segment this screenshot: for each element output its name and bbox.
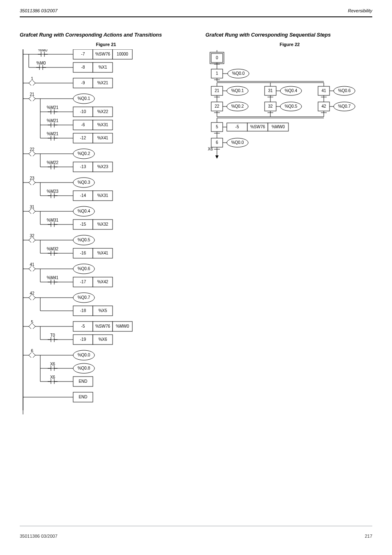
svg-text:22: 22 [214, 104, 219, 109]
svg-text:21: 21 [30, 92, 35, 97]
svg-line-94 [29, 154, 31, 156]
svg-line-220 [33, 295, 35, 298]
svg-text:-6: -6 [81, 123, 85, 127]
svg-line-33 [33, 81, 35, 83]
svg-line-219 [29, 298, 31, 300]
svg-text:-8: -8 [81, 65, 85, 69]
svg-line-121 [33, 183, 35, 185]
svg-text:%M22: %M22 [47, 160, 59, 165]
svg-text:%Q0.7: %Q0.7 [338, 104, 351, 109]
svg-line-32 [29, 83, 31, 86]
svg-line-146 [33, 211, 35, 214]
svg-text:%X1: %X1 [98, 65, 107, 69]
svg-text:%Q0.2: %Q0.2 [231, 104, 244, 109]
svg-line-118 [29, 180, 31, 183]
svg-text:%Q0.5: %Q0.5 [78, 238, 90, 242]
svg-text:%M0: %M0 [38, 49, 48, 52]
svg-line-239 [29, 326, 31, 329]
svg-line-46 [29, 96, 31, 99]
svg-text:-10: -10 [80, 109, 86, 114]
svg-text:%Q0.2: %Q0.2 [78, 151, 90, 156]
svg-text:41: 41 [30, 262, 35, 267]
left-section-title: Grafcet Rung with Corresponding Actions … [20, 32, 192, 38]
svg-text:%M21: %M21 [47, 105, 59, 110]
svg-text:%X41: %X41 [97, 136, 108, 140]
svg-text:%M32: %M32 [47, 247, 59, 251]
right-fig-label: Figure 22 [205, 42, 374, 47]
sfc-diagram: 01%Q0.021%Q0.131%Q0.441%Q0.622%Q0.232%Q0… [205, 49, 370, 161]
svg-text:%M21: %M21 [47, 118, 59, 123]
svg-text:%M41: %M41 [47, 275, 59, 280]
svg-text:5: 5 [216, 125, 218, 129]
left-column: Grafcet Rung with Corresponding Actions … [20, 32, 192, 414]
svg-text:1: 1 [31, 76, 33, 81]
svg-line-49 [33, 99, 35, 101]
svg-text:%Q0.4: %Q0.4 [285, 88, 297, 93]
header-rule [20, 16, 372, 17]
svg-line-169 [29, 240, 31, 243]
svg-text:0: 0 [216, 56, 218, 60]
svg-text:%X6: %X6 [98, 337, 107, 342]
svg-line-194 [29, 269, 31, 271]
svg-text:%Q0.0: %Q0.0 [78, 353, 90, 357]
svg-text:%Q0.6: %Q0.6 [78, 266, 90, 271]
svg-text:%Q0.1: %Q0.1 [231, 88, 244, 93]
svg-text:6: 6 [31, 349, 33, 353]
svg-text:%Q0.6: %Q0.6 [338, 88, 351, 93]
svg-text:-16: -16 [80, 251, 86, 255]
right-section-title: Grafcet Rung with Corresponding Sequenti… [205, 32, 374, 38]
svg-line-31 [29, 81, 31, 83]
svg-text:%X31: %X31 [97, 193, 108, 198]
svg-text:%M23: %M23 [47, 189, 59, 194]
svg-text:%Q0.7: %Q0.7 [78, 295, 90, 300]
svg-line-96 [33, 154, 35, 156]
svg-line-196 [33, 269, 35, 271]
svg-text:%X41: %X41 [97, 251, 108, 255]
svg-text:%X22: %X22 [97, 109, 108, 114]
header-left: 35011386 03/2007 [20, 8, 58, 13]
svg-line-269 [33, 353, 35, 355]
svg-line-268 [29, 355, 31, 358]
svg-text:%SW76: %SW76 [95, 324, 111, 328]
svg-text:-17: -17 [80, 280, 86, 284]
svg-line-218 [29, 295, 31, 298]
svg-text:6: 6 [216, 140, 218, 145]
page-footer: 35011386 03/2007 217 [20, 534, 372, 539]
svg-marker-394 [215, 155, 219, 159]
right-column: Grafcet Rung with Corresponding Sequenti… [205, 32, 374, 161]
ladder-diagram: %M0-7%SW7610000-8%X1%M01-9%X2121%Q0.1-10… [20, 49, 159, 414]
svg-text:%X5: %X5 [98, 308, 107, 313]
svg-text:%M31: %M31 [47, 218, 59, 222]
svg-line-168 [29, 238, 31, 240]
svg-text:X6: X6 [50, 375, 55, 379]
svg-line-238 [29, 324, 31, 326]
svg-text:-18: -18 [80, 308, 86, 313]
svg-text:-15: -15 [80, 222, 86, 227]
svg-text:42: 42 [321, 104, 326, 109]
svg-text:-5: -5 [81, 324, 85, 328]
svg-line-193 [29, 266, 31, 269]
svg-text:-13: -13 [80, 164, 86, 169]
svg-line-120 [33, 180, 35, 183]
svg-text:%X31: %X31 [97, 123, 108, 127]
svg-line-93 [29, 151, 31, 154]
svg-text:X6: X6 [50, 362, 55, 366]
svg-line-48 [33, 96, 35, 99]
svg-line-240 [33, 324, 35, 326]
svg-text:42: 42 [30, 291, 35, 296]
svg-text:%M21: %M21 [47, 132, 59, 136]
left-fig-label: Figure 21 [20, 42, 192, 47]
svg-line-143 [29, 209, 31, 211]
svg-text:T0: T0 [50, 333, 55, 338]
svg-line-95 [33, 151, 35, 154]
svg-text:%MW0: %MW0 [272, 125, 285, 129]
svg-line-171 [33, 240, 35, 243]
footer-right: 217 [365, 534, 372, 539]
svg-text:32: 32 [268, 104, 273, 109]
svg-line-221 [33, 298, 35, 300]
svg-text:%X21: %X21 [97, 81, 108, 85]
svg-line-270 [33, 355, 35, 358]
svg-text:10000: 10000 [117, 52, 128, 56]
svg-line-47 [29, 99, 31, 101]
svg-text:-12: -12 [80, 136, 86, 140]
